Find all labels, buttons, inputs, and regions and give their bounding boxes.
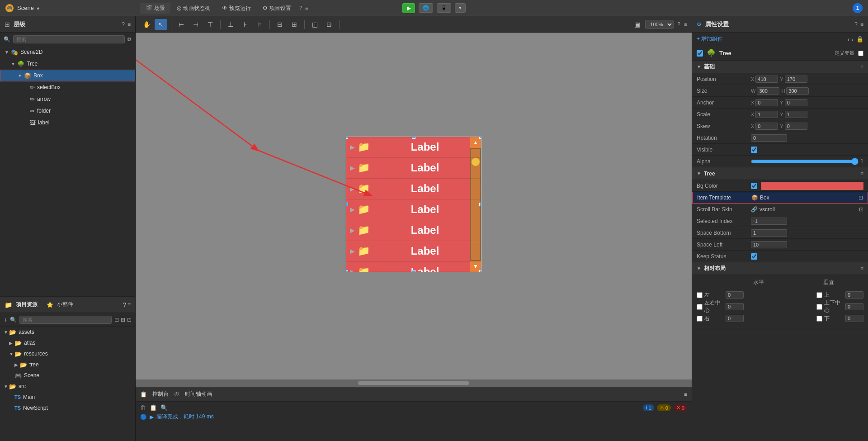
lr-center-checkbox[interactable] [697,304,703,310]
canvas-size-toggle[interactable]: ▣ [631,19,643,30]
resource-search-input[interactable] [19,316,112,324]
res-item-assets[interactable]: ▼ 📂 assets [0,327,135,337]
copy-log-icon[interactable]: 📋 [150,404,157,411]
align-center-button[interactable]: ⊣ [189,19,202,30]
size-h-input[interactable] [786,87,809,95]
handle-br[interactable] [479,270,481,272]
layer-help-icon[interactable]: ? [122,21,125,28]
anchor-x-input[interactable] [755,99,778,106]
skew-y-input[interactable] [785,123,807,130]
hand-tool-button[interactable]: ✋ [140,19,153,30]
anchor-y-input[interactable] [785,99,807,106]
tab-console[interactable]: 控制台 [152,390,169,398]
handle-tl[interactable] [346,137,348,139]
space-left-input[interactable] [751,241,787,248]
define-var-checkbox[interactable] [858,51,863,56]
layer-item-arrow[interactable]: ✏ arrow [0,93,135,105]
align-top-button[interactable]: ⊥ [224,19,237,30]
handle-tr[interactable] [479,137,481,139]
layer-copy-icon[interactable]: ⧉ [127,36,132,43]
top-checkbox[interactable] [816,292,822,298]
distribute-v-button[interactable]: ⊞ [288,19,301,30]
align-left-button[interactable]: ⊢ [175,19,188,30]
res-item-main[interactable]: TS Main [0,392,135,403]
bg-color-swatch[interactable] [761,182,863,190]
right-checkbox[interactable] [697,316,703,322]
resource-tab2[interactable]: 小部件 [57,301,73,308]
bottom-menu-icon[interactable]: ≡ [684,391,687,398]
left-input[interactable] [726,291,744,299]
scale-x-input[interactable] [755,111,778,118]
nav-right-button[interactable]: › [851,36,854,43]
res-item-src[interactable]: ▼ 📂 src [0,381,135,392]
add-component-button[interactable]: + 增加组件 [697,35,723,43]
res-item-tree[interactable]: ▶ 📂 tree [0,359,135,370]
dropdown-button[interactable]: ▾ [455,3,466,13]
rl-section-menu-icon[interactable]: ≡ [860,266,863,272]
canvas-scrollbar[interactable] [136,379,692,387]
component-visible-checkbox[interactable] [697,50,703,57]
res-item-newscript[interactable]: TS NewScript [0,403,135,413]
zoom-select[interactable]: 100% 50% 200% [645,20,674,29]
expand-icon[interactable]: ⊡ [127,317,132,323]
handle-bl[interactable] [346,270,348,272]
search-log-icon[interactable]: 🔍 [160,404,168,411]
basic-section-header[interactable]: ▼ 基础 ≡ [692,61,868,73]
lr-input[interactable] [726,303,744,310]
right-menu-icon[interactable]: ≡ [860,21,863,28]
layer-item-tree[interactable]: ▼ 🌳 Tree [0,58,135,70]
handle-mr[interactable] [479,203,481,206]
distribute-h-button[interactable]: ⊟ [274,19,286,30]
toolbar-help-icon[interactable]: ? [299,5,302,11]
keep-status-checkbox[interactable] [751,253,757,260]
scrollbar-thumb[interactable] [358,381,469,385]
align-middle-button[interactable]: ⊦ [239,19,251,30]
layer-item-label[interactable]: 🖼 label [0,117,135,128]
tree-widget[interactable]: ▲ ▼ ▶ 📁 Label ▶ [346,137,481,272]
add-resource-button[interactable]: + [4,316,7,323]
rotation-input[interactable] [751,134,787,142]
position-y-input[interactable] [785,76,807,83]
nav-left-button[interactable]: ‹ [848,36,850,43]
bottom-checkbox[interactable] [816,316,822,322]
help-icon[interactable]: ? [677,21,680,28]
right-input[interactable] [726,315,744,322]
globe-button[interactable]: 🌐 [419,3,433,13]
grid-icon[interactable]: ⊞ [121,317,125,323]
clear-icon[interactable]: 🗑 [140,404,146,411]
lock-icon[interactable]: 🔒 [856,36,863,43]
item-template-open-button[interactable]: ⊡ [859,194,863,201]
layer-item-scene2d[interactable]: ▼ 🎭 Scene2D [0,46,135,58]
skew-x-input[interactable] [755,123,778,130]
tree-section-menu-icon[interactable]: ≡ [860,171,863,177]
scale-y-input[interactable] [785,111,807,118]
layer-item-box[interactable]: ▼ 📦 Box [0,70,135,81]
space-bottom-input[interactable] [751,229,787,237]
tab-preview[interactable]: 👁 预览运行 [217,3,256,14]
tab-animation[interactable]: ◎ 动画状态机 [171,3,216,14]
layer-search-input[interactable] [13,35,125,43]
tab-scene[interactable]: 🎬 场景 [140,3,170,14]
menu-icon[interactable]: ≡ [684,21,687,28]
canvas-btn2[interactable]: ⊡ [323,19,335,30]
left-checkbox[interactable] [697,292,703,298]
res-item-scene[interactable]: 🎮 Scene [0,370,135,381]
resource-help-icon[interactable]: ? [123,302,126,308]
canvas-area[interactable]: ▲ ▼ ▶ 📁 Label ▶ [136,33,692,387]
select-tool-button[interactable]: ↖ [155,19,167,30]
relative-layout-section-header[interactable]: ▼ 相对布局 ≡ [692,262,868,275]
section-menu-icon[interactable]: ≡ [860,64,863,70]
resource-tab1[interactable]: 项目资源 [16,301,38,308]
tb-center-checkbox[interactable] [816,304,822,310]
scroll-bar-skin-open-button[interactable]: ⊡ [859,206,863,213]
bg-color-checkbox[interactable] [751,183,757,189]
resource-menu-icon[interactable]: ≡ [127,302,131,308]
tab-timeline[interactable]: 时间轴动画 [185,390,212,398]
handle-ml[interactable] [346,203,348,206]
align-right-button[interactable]: ⊤ [204,19,217,30]
position-x-input[interactable] [755,76,778,83]
layer-menu-icon[interactable]: ≡ [127,21,131,28]
layer-item-folder[interactable]: ✏ folder [0,105,135,117]
tree-section-header[interactable]: ▼ Tree ≡ [692,167,868,180]
res-item-resources[interactable]: ▼ 📂 resources [0,348,135,359]
